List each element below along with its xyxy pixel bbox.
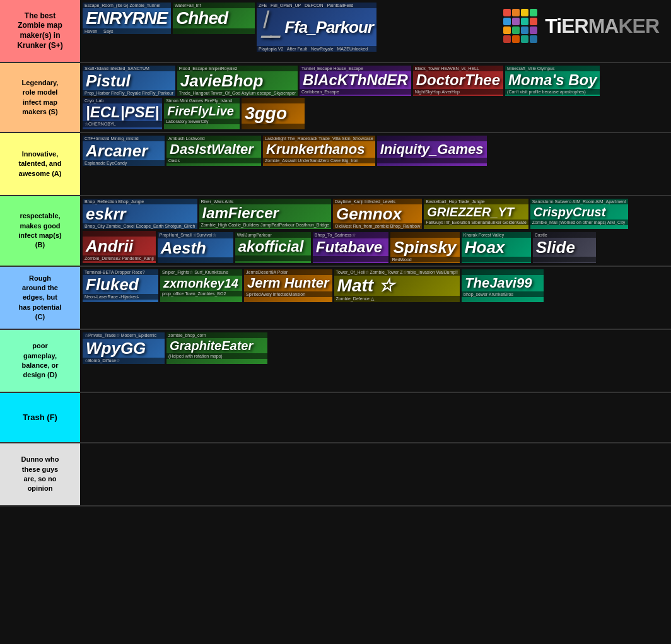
- tier-row-s: Legendary,role modelinfect mapmakers (S)…: [0, 63, 671, 133]
- card-iniquity[interactable]: Iniquity_Games: [377, 136, 487, 166]
- card-fluked[interactable]: Terminal-BETA Dropper Race? Fluked Neon-…: [83, 269, 158, 302]
- card-crispycrust[interactable]: Sandstorm Subaero AIM_Room AIM_Apartment…: [530, 199, 628, 229]
- tier-label-d: poorgameplay,balance, ordesign (D): [0, 330, 80, 392]
- tier-row-a: Innovative,talented, andawesome (A) CTF+…: [0, 133, 671, 196]
- tier-row-b: respectable,makes goodinfect map(s)(B) B…: [0, 196, 671, 267]
- card-ffa-parkour[interactable]: ZFE FBI_OPEN_UP DEFCON PaintballFeild |—…: [257, 3, 376, 52]
- card-griezzer[interactable]: Basketball_Hop Trade_Jungle GRIEZZER_YT …: [424, 199, 528, 229]
- card-eclipse[interactable]: Cryo_Lab |ECL|PSE| ☆CHERNOBYL: [83, 98, 162, 129]
- card-chhed[interactable]: WaterFall_Inf Chhed: [173, 3, 255, 34]
- card-zxmonkey14[interactable]: Sniper_Fights☆ Surf_Krunkitsune zxmonkey…: [160, 269, 242, 302]
- tier-row-splus: The bestZombie mapmaker(s) inKrunker (S+…: [0, 0, 671, 63]
- tier-row-c: Rougharound theedges, buthas potential(C…: [0, 267, 671, 330]
- card-eskrr[interactable]: Bhop_Reflection Bhop_Jungle eskrr Bhop_C…: [83, 199, 197, 229]
- tier-row-d: poorgameplay,balance, ordesign (D) ☆Priv…: [0, 330, 671, 393]
- card-arcaner[interactable]: CTF+trmstrd Mining_rmstrd Arcaner Esplan…: [83, 136, 165, 166]
- tiermaker-logo: TiERMAKER: [378, 3, 668, 49]
- card-spinsky[interactable]: Spinsky RedWood: [390, 232, 460, 263]
- card-doctorthee[interactable]: Black_Tower HEAVEN_vs_HELL DoctorThee Ni…: [413, 66, 503, 96]
- card-pistul[interactable]: Skull×Island infected_SANCTUM Pistul Pro…: [83, 66, 175, 96]
- card-momasboy[interactable]: Minecraft_Ville Olympus Moma's Boy (Can'…: [505, 66, 600, 96]
- card-blackthunder[interactable]: Tunnel_Escape House_Escape BlAcKThNdER C…: [300, 66, 411, 96]
- card-thejavi99[interactable]: TheJavi99 bhop_sewer KrunkerBros: [462, 269, 544, 302]
- tier-label-unk: Dunno whothese guysare, so noopinion: [0, 443, 80, 505]
- card-graphiteeater[interactable]: zombie_bhop_corn GraphiteEater (Helped w…: [166, 332, 267, 364]
- tier-label-a: Innovative,talented, andawesome (A): [0, 133, 80, 195]
- card-futabave[interactable]: Bhop_To_Sadness☆ Futabave: [313, 232, 388, 263]
- card-matt[interactable]: Tower_Of_Hell☆ Zombie_Tower Z☆mbie_Invas…: [334, 269, 460, 302]
- tier-row-unk: Dunno whothese guysare, so noopinion: [0, 443, 671, 506]
- card-wpygg[interactable]: ☆Private_Trade☆ Modern_Epidemic WpyGG ☆B…: [83, 332, 165, 364]
- card-3ggo[interactable]: 3ggo: [242, 98, 305, 129]
- card-andrii[interactable]: Andrii Zombie_Defense2 Pandemic_Kanji: [83, 231, 156, 263]
- card-javiebhop[interactable]: Flood_Escape SniperRoyale2 JavieBhop Tra…: [177, 66, 298, 96]
- tier-label-s: Legendary,role modelinfect mapmakers (S): [0, 63, 80, 132]
- tier-label-f: Trash (F): [0, 393, 80, 442]
- tier-label-b: respectable,makes goodinfect map(s)(B): [0, 196, 80, 266]
- tier-list: The bestZombie mapmaker(s) inKrunker (S+…: [0, 0, 671, 506]
- card-enryrne[interactable]: Escape_Room_(Ite G) Zombie_Tunnel ENRYRN…: [83, 3, 171, 34]
- card-hoax[interactable]: Kharak Forest Valley Hoax: [462, 232, 531, 263]
- card-akofficial[interactable]: WallJumpParkour akofficial: [235, 232, 311, 263]
- card-dasistwalter[interactable]: Ambush Lostworld DasIstWalter Oasis: [166, 136, 261, 166]
- card-fireflylive[interactable]: Simon Mini Games FireFly_Island FireFlyL…: [164, 98, 240, 129]
- card-iamfiercer[interactable]: River_Wars Ants IamFiercer Zombie_High C…: [199, 199, 332, 229]
- tier-row-f: Trash (F): [0, 393, 671, 443]
- card-slide[interactable]: Castle Slide: [533, 232, 596, 263]
- card-aesth[interactable]: PropHunt_Small ☆Survival☆ Aesth: [158, 232, 233, 263]
- tier-label-splus: The bestZombie mapmaker(s) inKrunker (S+…: [0, 0, 80, 62]
- card-gemnox[interactable]: Daytime_Kanji Infected_Levels Gemnox Old…: [333, 199, 422, 229]
- tier-label-c: Rougharound theedges, buthas potential(C…: [0, 267, 80, 329]
- card-krunkerthanos[interactable]: Lastdelight The_Racetrack Trade_Villa Sk…: [263, 136, 375, 166]
- card-jerm-hunter[interactable]: JermsDesert8A Polar Jerm Hunter Spirited…: [244, 269, 332, 302]
